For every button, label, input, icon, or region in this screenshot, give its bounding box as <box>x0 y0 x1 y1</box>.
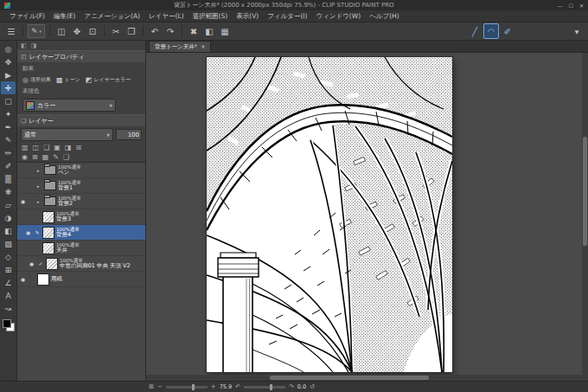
copy-icon[interactable]: ❐ <box>125 24 138 38</box>
current-subtool-button[interactable]: ✎ ▾ <box>28 24 45 38</box>
layer-row-pen[interactable]: ▸ 100%通常 ペン <box>17 163 145 178</box>
zoom-tool[interactable]: ◎ <box>1 42 16 55</box>
page-manager-icon[interactable]: ◫ <box>54 24 68 38</box>
selection-tool[interactable]: ▢ <box>1 94 16 107</box>
palette-icon-4[interactable]: ▣ <box>54 144 61 151</box>
ruler-tool[interactable]: ∠ <box>1 276 16 289</box>
layer-row-bg1[interactable]: ▸ 100%通常 背景1 <box>17 178 145 194</box>
rotation-slider[interactable] <box>244 386 285 389</box>
eraser-tool[interactable]: ▱ <box>1 198 16 211</box>
menu-window[interactable]: ウィンドウ(W) <box>311 12 365 21</box>
check-icon[interactable]: ✓ <box>37 260 44 267</box>
decoration-tool[interactable]: ❋ <box>1 185 16 198</box>
lock-icon[interactable]: ⊠ <box>32 153 38 161</box>
blend-mode-dropdown[interactable]: 通常 ▼ <box>21 128 113 141</box>
brush-tool[interactable]: ✐ <box>1 159 16 172</box>
menu-edit[interactable]: 編集(E) <box>49 12 80 21</box>
palette-icon-1[interactable]: ▥ <box>22 144 29 151</box>
transform-icon[interactable]: ✥ <box>70 24 84 38</box>
text-tool[interactable]: A <box>1 289 16 302</box>
frame-border-tool[interactable]: ⊞ <box>1 263 16 276</box>
menu-layer[interactable]: レイヤー(L) <box>144 12 189 21</box>
palette-icon-6[interactable]: ⊞ <box>75 144 81 151</box>
close-button[interactable]: ✕ <box>579 3 584 9</box>
foreground-color-swatch[interactable] <box>3 319 11 328</box>
visibility-all-icon[interactable]: ◉ <box>22 153 28 161</box>
horizontal-scrollbar[interactable] <box>146 375 588 381</box>
draft-icon[interactable]: ✎ <box>53 153 59 161</box>
folder-expand-arrow[interactable]: ▸ <box>37 199 42 204</box>
menu-help[interactable]: ヘルプ(H) <box>365 12 404 21</box>
zoom-slider-thumb[interactable] <box>192 384 195 390</box>
menu-view[interactable]: 表示(V) <box>232 12 263 21</box>
color-swatches[interactable] <box>3 319 15 331</box>
rotate-left-icon[interactable]: ↶ <box>235 383 240 390</box>
menu-animation[interactable]: アニメーション(A) <box>80 12 144 21</box>
menu-selection[interactable]: 選択範囲(S) <box>189 12 233 21</box>
menu-file[interactable]: ファイル(F) <box>5 12 49 21</box>
palette-icon-3[interactable]: ❏ <box>43 144 49 151</box>
visibility-eye-icon[interactable]: ◉ <box>24 229 32 235</box>
auto-select-tool[interactable]: ✦ <box>1 107 16 120</box>
maximize-button[interactable]: ☐ <box>569 3 573 9</box>
delete-layer-icon[interactable]: ❑ <box>63 153 69 161</box>
layer-move-tool[interactable]: ✛ <box>1 81 16 94</box>
layer-row-ceiling[interactable]: 100%通常 天井 <box>17 241 145 256</box>
workspace-dropdown-icon[interactable]: ▼ <box>570 24 584 38</box>
visibility-eye-icon[interactable]: ◉ <box>19 198 27 204</box>
border-effect-button[interactable]: ◎ 境界効果 <box>22 76 51 84</box>
tab-dropdown-icon[interactable]: ▼ <box>201 44 205 49</box>
vertical-scrollbar[interactable] <box>582 53 588 375</box>
pencil-tool[interactable]: ✏ <box>1 146 16 159</box>
expression-color-dropdown[interactable]: カラー ▼ <box>22 99 116 112</box>
vertical-scrollbar-thumb[interactable] <box>583 137 587 246</box>
layer-color-button[interactable]: ◩ レイヤーカラー <box>86 76 131 84</box>
redo-icon[interactable]: ↷ <box>163 24 177 38</box>
document-tab[interactable]: 背景トーン天井* ▼ <box>149 41 211 52</box>
layer-thumbnail[interactable] <box>42 242 54 254</box>
snap-icon[interactable]: ⊡ <box>86 24 99 38</box>
zoom-in-icon[interactable]: + <box>211 383 216 390</box>
reset-view-icon[interactable]: ↺ <box>310 383 315 390</box>
layer-property-header[interactable]: ◰ レイヤープロパティ <box>17 51 145 62</box>
main-menu-icon[interactable]: ☰ <box>4 24 18 38</box>
menu-filter[interactable]: フィルター(I) <box>263 12 311 21</box>
navigator-icon[interactable]: ⊞ <box>149 383 154 390</box>
layer-row-bg3[interactable]: 100%通常 背景3 <box>17 209 145 225</box>
blend-tool[interactable]: ◑ <box>1 211 16 224</box>
line-correct-tool[interactable]: ↝ <box>1 302 16 315</box>
zoom-slider[interactable] <box>166 386 208 389</box>
dock-right-icon[interactable]: ◨ <box>31 42 37 49</box>
polyline-icon[interactable]: ✐ <box>501 24 514 38</box>
figure-tool[interactable]: ◇ <box>1 250 16 263</box>
clear-icon[interactable]: ✖ <box>187 24 201 38</box>
palette-icon-5[interactable]: ◨ <box>65 144 72 151</box>
layer-thumbnail[interactable] <box>46 258 58 270</box>
move-tool[interactable]: ✥ <box>1 55 16 68</box>
canvas-page[interactable] <box>207 57 452 372</box>
eyedropper-tool[interactable]: ✒ <box>1 120 16 133</box>
layers-panel-header[interactable]: ❏ レイヤー <box>17 115 145 126</box>
horizontal-scrollbar-thumb[interactable] <box>270 376 429 380</box>
layer-row-paper[interactable]: ◉ 用紙 <box>17 272 145 287</box>
tone-effect-button[interactable]: ▩ トーン <box>56 76 80 84</box>
operation-tool[interactable]: ▶ <box>1 68 16 81</box>
airbrush-tool[interactable]: ▒ <box>1 172 16 185</box>
folder-expand-arrow[interactable]: ▸ <box>37 183 42 189</box>
gradient-tool[interactable]: ▨ <box>1 237 16 250</box>
zoom-out-icon[interactable]: − <box>157 383 163 390</box>
minimize-button[interactable]: — <box>558 3 563 9</box>
undo-icon[interactable]: ↶ <box>148 24 162 38</box>
cut-icon[interactable]: ✂ <box>109 24 123 38</box>
fill-tool[interactable]: ◧ <box>1 224 16 237</box>
opacity-field[interactable]: 100 <box>116 129 142 140</box>
pen-tool[interactable]: ✎ <box>1 133 16 146</box>
canvas-viewport[interactable] <box>146 53 588 375</box>
rotation-slider-thumb[interactable] <box>270 384 272 390</box>
layer-thumbnail[interactable] <box>42 211 54 223</box>
layer-row-bg4-selected[interactable]: ◉ ✎ 100%通常 背景4 <box>17 225 145 241</box>
layer-row-bg2[interactable]: ◉ ▸ 100%通常 背景2 <box>17 194 145 209</box>
folder-expand-arrow[interactable]: ▸ <box>37 168 42 173</box>
palette-icon-2[interactable]: ◫ <box>33 144 40 151</box>
layer-row-corridor[interactable]: ◉ ✓ 100%通常 中世の回廊01 中央 天頂 V2 <box>17 256 145 272</box>
